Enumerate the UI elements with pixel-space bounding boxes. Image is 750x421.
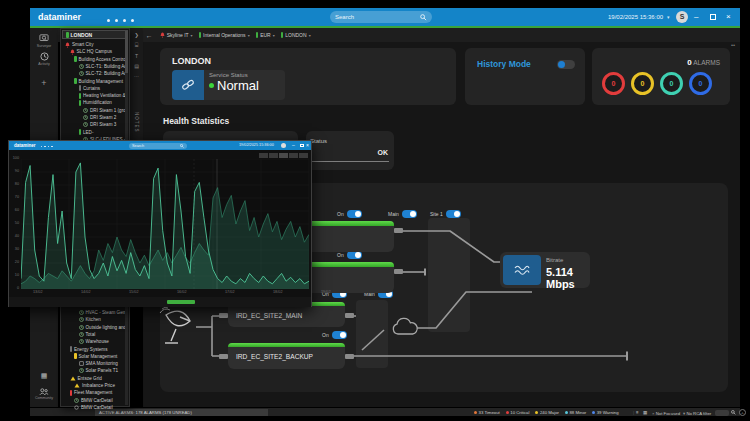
add-button[interactable]: +: [30, 78, 58, 88]
overlay-close-button[interactable]: ×: [306, 142, 309, 148]
tree-item[interactable]: BMW CarDetail: [63, 397, 127, 404]
tree-item[interactable]: Smart City: [63, 41, 127, 48]
ird-backup-device[interactable]: IRD_EC_SITE2_BACKUP: [228, 347, 345, 369]
alarm-filter-chip[interactable]: 33 Timeout: [474, 410, 500, 415]
ird-main-device[interactable]: IRD_EC_SITE2_MAIN: [228, 306, 345, 327]
breadcrumb-item[interactable]: Internal Operations▾: [199, 32, 250, 38]
waveform-icon: [513, 263, 531, 277]
tree-item[interactable]: SLC-T1: Building Access Control: [63, 63, 127, 70]
toggle-on-1[interactable]: On: [337, 210, 362, 218]
tree-item[interactable]: DRI Steam 1 (ground level): [63, 107, 127, 114]
sidebar-item-apps[interactable]: ▦: [30, 372, 58, 380]
alarm-severity-circle[interactable]: 0: [602, 72, 625, 95]
breadcrumb-item[interactable]: LONDON▾: [281, 32, 311, 38]
tree-side-strip: ❯ ⌸ T ▤ ⋯ NOTES: [130, 28, 143, 148]
tree-item[interactable]: Imbalance Price: [63, 382, 127, 389]
rca-filter[interactable]: ▾ No RCA filter: [683, 411, 711, 416]
monitor-icon[interactable]: ⌸: [130, 42, 143, 49]
panel-icon[interactable]: ▤: [130, 63, 143, 69]
tree-item[interactable]: Building Management: [63, 78, 127, 85]
status-bar-icon: [79, 85, 82, 91]
alarm-severity-circle[interactable]: 0: [689, 72, 712, 95]
statusbar-search-input[interactable]: [715, 410, 729, 416]
status-dot: [209, 83, 214, 88]
history-mode-toggle[interactable]: [557, 60, 575, 69]
toggle-site1[interactable]: Site 1: [430, 210, 461, 218]
tree-item[interactable]: Solar Panels T1: [63, 367, 127, 374]
search-input[interactable]: Search: [330, 11, 432, 23]
satellite-dish-icon: [158, 303, 198, 347]
datetime-caret-icon[interactable]: ▾: [667, 14, 670, 20]
tree-item[interactable]: DRI Steam 2: [63, 114, 127, 121]
warning-icon: [70, 376, 76, 381]
alarm-filter-chip[interactable]: 240 Major: [535, 410, 559, 415]
tree-item[interactable]: Curtains: [63, 85, 127, 92]
tree-item[interactable]: Fleet Management: [63, 389, 127, 396]
trend-toolbar[interactable]: [259, 153, 308, 158]
tree-item[interactable]: SLC HQ Campus: [63, 48, 127, 55]
tree-item[interactable]: Building Access Control: [63, 56, 127, 63]
restore-button[interactable]: [710, 14, 716, 20]
tree-item[interactable]: Outside lighting and charging po: [63, 324, 127, 331]
tree-item[interactable]: DRI Steam 3: [63, 121, 127, 128]
text-tool-icon[interactable]: T: [130, 53, 143, 59]
sidebar-item-surveyor[interactable]: Surveyor: [30, 34, 58, 48]
tree-item[interactable]: Energy Systems: [63, 346, 127, 353]
toggle-on-backup-ird[interactable]: On: [322, 331, 347, 339]
tree-item[interactable]: Entsoe Grid: [63, 375, 127, 382]
notes-tab[interactable]: NOTES: [134, 112, 139, 133]
overlay-avatar[interactable]: [281, 143, 286, 148]
sidebar-item-community[interactable]: Community: [30, 388, 58, 400]
grid-view-icon[interactable]: ▦: [643, 410, 647, 415]
overlay-minimize-button[interactable]: –: [292, 142, 295, 148]
search-icon: [180, 144, 184, 148]
trend-window-titlebar[interactable]: dataminer Search 19/02/2025 15:36:00 – ×: [9, 141, 311, 150]
tree-item[interactable]: SMA Monitoring: [63, 360, 127, 367]
alarm-filter-chip[interactable]: 10 Critical: [506, 410, 530, 415]
tree-item[interactable]: Kitchen: [63, 316, 127, 323]
overlay-search-input[interactable]: Search: [129, 143, 187, 149]
bitrate-card[interactable]: Bitrate 5.114 Mbps: [500, 252, 590, 288]
collapse-chevron-icon[interactable]: ^: [739, 409, 746, 416]
overlay-restore-button[interactable]: [300, 144, 304, 148]
element-clock-icon: [83, 108, 88, 113]
breadcrumb-item[interactable]: EUR▾: [256, 32, 275, 38]
tree-item[interactable]: Total: [63, 331, 127, 338]
search-icon[interactable]: [731, 410, 736, 415]
y-tick-label: 30: [8, 247, 19, 251]
minimize-button[interactable]: –: [694, 12, 698, 21]
datetime-picker[interactable]: 19/02/2025 15:36:00: [608, 14, 663, 20]
tree-item[interactable]: BMW CarDetail: [63, 404, 127, 411]
tree-header-london[interactable]: LONDON: [62, 30, 128, 39]
back-arrow-icon[interactable]: ←: [146, 32, 153, 39]
alarm-severity-circle[interactable]: 0: [631, 72, 654, 95]
tree-item[interactable]: HVAC - Steam Generator: [63, 309, 127, 316]
page-more-icon[interactable]: ••: [731, 42, 735, 48]
tree-item[interactable]: SLC-T2: Building Access Control: [63, 70, 127, 77]
overlay-datetime[interactable]: 19/02/2025 15:36:00: [239, 143, 274, 147]
tree-item[interactable]: Solar Management: [63, 353, 127, 360]
status-bar-icon: [70, 390, 73, 396]
chevron-right-icon[interactable]: ❯: [130, 32, 143, 38]
tree-item[interactable]: Humidification: [63, 99, 127, 106]
tree-item[interactable]: Warehouse: [63, 338, 127, 345]
focus-filter[interactable]: × Not Focused: [652, 411, 680, 416]
tree-item[interactable]: Heating Ventilation & Airco: [63, 92, 127, 99]
toggle-main-1[interactable]: Main: [388, 210, 417, 218]
trend-range-bar[interactable]: [167, 300, 195, 304]
more-icon[interactable]: ⋯: [130, 73, 143, 79]
list-view-icon[interactable]: ≡: [636, 410, 639, 415]
breadcrumb-item[interactable]: Skyline IT▾: [160, 32, 193, 38]
toggle-on-2[interactable]: On: [337, 251, 362, 259]
element-clock-icon: [83, 122, 88, 127]
avatar[interactable]: S: [676, 11, 688, 23]
alarm-filter-chip[interactable]: 88 Minor: [565, 410, 586, 415]
close-button[interactable]: ×: [726, 12, 731, 21]
service-status-tile[interactable]: Service Status Normal: [172, 70, 285, 100]
alarm-severity-circle[interactable]: 0: [660, 72, 683, 95]
y-tick-label: 0: [8, 286, 19, 290]
tree-item[interactable]: LED-: [63, 129, 127, 136]
alarm-filter-chip[interactable]: 39 Warning: [592, 410, 618, 415]
sidebar-item-activity[interactable]: Activity: [30, 52, 58, 66]
trend-window[interactable]: dataminer Search 19/02/2025 15:36:00 – ×…: [8, 140, 312, 307]
